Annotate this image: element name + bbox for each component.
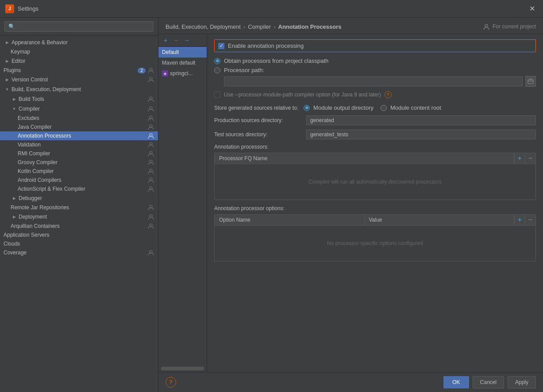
main-content: ▶ Appearance & Behavior Keymap ▶ Editor … — [0, 18, 543, 392]
sidebar-item-label: Appearance & Behavior — [12, 39, 154, 46]
sidebar-item-remote-jar[interactable]: Remote Jar Repositories — [0, 203, 158, 212]
settings-window: J Settings ✕ ▶ Appearance & Behavior Key… — [0, 0, 543, 392]
sidebar-item-android-compilers[interactable]: Android Compilers — [0, 176, 158, 184]
help-button[interactable]: ? — [166, 377, 176, 388]
sidebar-item-annotation-processors[interactable]: Annotation Processors — [0, 131, 158, 140]
sidebar-item-label: Excludes — [18, 115, 147, 121]
sidebar-item-keymap[interactable]: Keymap — [0, 47, 158, 56]
test-sources-dir-input[interactable] — [306, 130, 536, 139]
titlebar: J Settings ✕ — [0, 0, 543, 18]
svg-point-9 — [150, 160, 152, 163]
user-icon — [147, 250, 154, 256]
enable-annotation-processing-checkbox[interactable] — [218, 43, 224, 49]
processor-path-radio[interactable] — [214, 67, 220, 73]
module-item-springcl[interactable]: ◈ springcl... — [158, 68, 207, 79]
user-icon — [147, 115, 154, 121]
remove-option-button[interactable]: − — [525, 215, 535, 225]
sidebar-item-build-execution[interactable]: ▼ Build, Execution, Deployment — [0, 85, 158, 94]
search-input[interactable] — [4, 21, 154, 32]
sidebar-item-app-servers[interactable]: Application Servers — [0, 231, 158, 239]
scroll-thumb — [161, 367, 204, 370]
sidebar-item-debugger[interactable]: ▶ Debugger — [0, 193, 158, 203]
expand-arrow: ▶ — [11, 195, 18, 202]
plugin-badge: 2 — [138, 68, 146, 73]
sidebar-item-rmi-compiler[interactable]: RMI Compiler — [0, 149, 158, 158]
sidebar-item-kotlin-compiler[interactable]: Kotlin Compiler — [0, 167, 158, 176]
user-icon — [147, 142, 154, 148]
user-icon — [147, 133, 154, 139]
ok-button[interactable]: OK — [443, 376, 469, 388]
production-sources-dir-input[interactable] — [306, 115, 536, 125]
move-module-button[interactable]: → — [182, 36, 191, 45]
sidebar-item-plugins[interactable]: Plugins 2 — [0, 66, 158, 75]
sidebar-item-deployment[interactable]: ▶ Deployment — [0, 212, 158, 222]
sidebar-item-label: Java Compiler — [18, 124, 147, 130]
sidebar-item-appearance[interactable]: ▶ Appearance & Behavior — [0, 38, 158, 47]
for-project-label: For current project — [483, 23, 536, 30]
sidebar-item-validation[interactable]: Validation — [0, 140, 158, 149]
processor-path-input[interactable] — [224, 77, 523, 86]
sidebar-item-build-tools[interactable]: ▶ Build Tools — [0, 94, 158, 104]
apply-button[interactable]: Apply — [508, 376, 536, 388]
for-project-text: For current project — [493, 23, 536, 30]
sidebar-item-coverage[interactable]: Coverage — [0, 248, 158, 257]
module-item-maven-default[interactable]: Maven default — [158, 58, 207, 68]
add-option-button[interactable]: + — [514, 215, 525, 225]
enable-annotation-processing-row: Enable annotation processing — [214, 39, 536, 52]
svg-point-12 — [150, 187, 152, 189]
panel-header: Build, Execution, Deployment › Compiler … — [158, 18, 543, 34]
sidebar-item-excludes[interactable]: Excludes — [0, 114, 158, 123]
sidebar-item-arquillian[interactable]: Arquillian Containers — [0, 222, 158, 231]
module-toolbar: + − → — [158, 34, 207, 47]
sidebar-item-editor[interactable]: ▶ Editor — [0, 56, 158, 66]
module-output-dir-radio[interactable] — [304, 105, 310, 111]
sidebar-item-label: Plugins — [4, 67, 138, 73]
close-button[interactable]: ✕ — [527, 4, 538, 14]
svg-point-1 — [150, 77, 152, 80]
expand-arrow: ▶ — [11, 96, 18, 103]
breadcrumb-part-3: Annotation Processors — [278, 23, 342, 30]
svg-point-2 — [150, 97, 152, 100]
obtain-processors-radio[interactable] — [214, 58, 220, 64]
sidebar-item-groovy-compiler[interactable]: Groovy Compiler — [0, 158, 158, 167]
production-sources-dir-label: Production sources directory: — [214, 117, 303, 123]
enable-annotation-processing-label: Enable annotation processing — [228, 42, 304, 49]
module-content-root-row: Module content root — [381, 104, 441, 111]
sidebar-item-compiler[interactable]: ▼ Compiler — [0, 104, 158, 114]
annotation-processors-empty-message: Compiler will run all automatically disc… — [215, 164, 535, 200]
svg-point-3 — [150, 107, 152, 109]
browse-button[interactable] — [525, 76, 536, 87]
svg-point-6 — [150, 134, 152, 136]
search-box — [0, 18, 158, 36]
svg-point-5 — [150, 125, 152, 127]
annotation-processors-table: Processor FQ Name + − Compiler will run … — [214, 153, 536, 200]
add-module-button[interactable]: + — [161, 36, 170, 45]
sidebar-tree: ▶ Appearance & Behavior Keymap ▶ Editor … — [0, 36, 158, 392]
sidebar-item-label: Android Compilers — [18, 177, 147, 183]
sidebar-item-label: Arquillian Containers — [11, 223, 147, 229]
sidebar-item-java-compiler[interactable]: Java Compiler — [0, 123, 158, 131]
user-icon — [147, 186, 154, 192]
use-processor-module-path-checkbox[interactable] — [214, 92, 220, 98]
settings-content: Enable annotation processing Obtain proc… — [207, 34, 543, 372]
module-label: springcl... — [170, 70, 193, 77]
processor-path-row: Processor path: — [214, 67, 536, 73]
sidebar-item-actionscript-compiler[interactable]: ActionScript & Flex Compiler — [0, 184, 158, 193]
module-item-default[interactable]: Default — [158, 47, 207, 58]
sidebar-item-version-control[interactable]: ▶ Version Control — [0, 75, 158, 85]
annotation-processor-options-section-label: Annotation processor options: — [214, 205, 536, 211]
breadcrumb-sep-2: › — [273, 23, 275, 30]
obtain-processors-row: Obtain processors from project classpath — [214, 58, 536, 64]
svg-point-4 — [150, 116, 152, 119]
add-processor-button[interactable]: + — [514, 153, 525, 164]
cancel-button[interactable]: Cancel — [473, 376, 504, 388]
remove-module-button[interactable]: − — [172, 36, 181, 45]
expand-arrow: ▶ — [11, 213, 18, 220]
sidebar-item-clouds[interactable]: Clouds — [0, 239, 158, 248]
module-content-root-radio[interactable] — [381, 105, 387, 111]
breadcrumb-part-1: Build, Execution, Deployment — [166, 23, 241, 30]
help-icon[interactable]: ? — [385, 91, 392, 98]
user-icon — [147, 159, 154, 165]
remove-processor-button[interactable]: − — [525, 153, 535, 164]
expand-arrow: ▶ — [4, 39, 11, 46]
